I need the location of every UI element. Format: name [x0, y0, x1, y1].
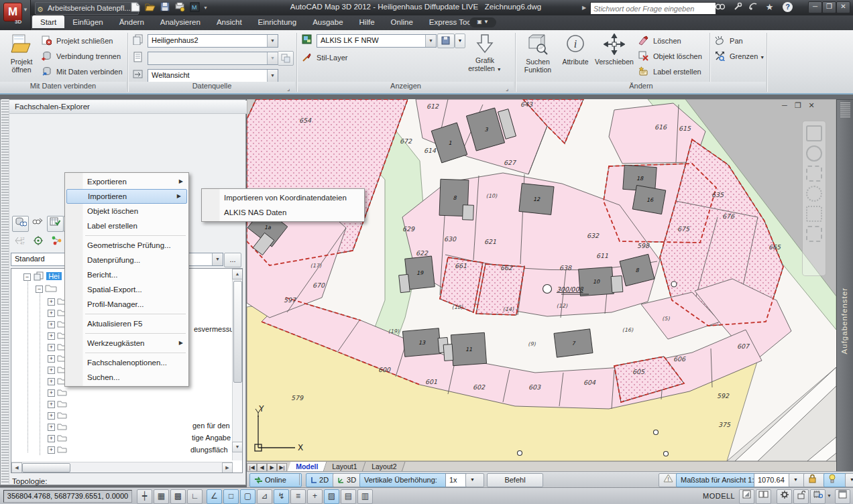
minimize-button[interactable]: ─: [808, 1, 822, 13]
label-erstellen-button[interactable]: Label erstellen: [638, 65, 701, 78]
ribbon-tab-hilfe[interactable]: Hilfe: [351, 15, 383, 28]
ribbon-display-toggle[interactable]: ▣ ▼: [469, 17, 496, 27]
tree-root-row[interactable]: − Hei: [23, 271, 62, 282]
ortho-toggle[interactable]: ∟: [187, 489, 203, 504]
suchen-funktion-button[interactable]: Suchen Funktion: [519, 34, 557, 74]
selection-cycling-toggle[interactable]: ▨: [324, 489, 339, 504]
tree-folder-row[interactable]: −: [36, 283, 57, 294]
ribbon-tab-einrichtung[interactable]: Einrichtung: [250, 15, 305, 28]
stil-layer-combo[interactable]: ALKIS LK F NRW▼: [317, 34, 437, 48]
dynamic-input-toggle[interactable]: ↯: [274, 489, 289, 504]
drawing-restore-button[interactable]: ❐: [791, 101, 805, 110]
menu-item-profil-manager-[interactable]: Profil-Manager...: [65, 297, 188, 312]
drawing-viewport[interactable]: 6546126436726146276166156356766756655986…: [247, 99, 836, 461]
menu-item-bericht-[interactable]: Bericht...: [65, 267, 188, 282]
ribbon-tab-ansicht[interactable]: Ansicht: [209, 15, 250, 28]
menu-item-suchen-[interactable]: Suchen...: [65, 370, 188, 385]
application-menu-button[interactable]: M 3D ▼: [0, 0, 31, 30]
search-input[interactable]: [590, 2, 716, 15]
collapse-icon[interactable]: −: [23, 273, 31, 281]
grid-dots-toggle[interactable]: ▦: [154, 489, 169, 504]
tab-layout1[interactable]: Layout1: [324, 462, 366, 472]
tree-node[interactable]: +: [48, 387, 67, 398]
status-overflow-arrow[interactable]: ▼: [827, 493, 832, 498]
view-combo[interactable]: Weltansicht▼: [148, 69, 278, 82]
tab-modell[interactable]: Modell: [287, 462, 327, 472]
ribbon-tab-einf-gen[interactable]: Einfügen: [64, 15, 111, 28]
menu-item-label-erstellen[interactable]: Label erstellen: [65, 218, 188, 233]
menu-item-datenprüfung-[interactable]: Datenprüfung...: [65, 253, 188, 267]
link-nodes-button[interactable]: [48, 235, 65, 251]
mit-daten-verbinden-button[interactable]: Mit Daten verbinden: [42, 65, 123, 78]
ribbon-tab-online[interactable]: Online: [383, 15, 421, 28]
zoom-feature-button[interactable]: [30, 235, 46, 251]
drawing-window-buttons[interactable]: ─❐✕: [778, 101, 818, 110]
lighting-dropdown[interactable]: ▼: [845, 473, 853, 487]
save-button[interactable]: [158, 2, 172, 14]
filter-ids-button[interactable]: 1247: [11, 235, 27, 251]
verbindung-trennen-button[interactable]: Verbindung trennen: [42, 50, 121, 63]
tree-node[interactable]: +: [48, 398, 67, 410]
ribbon-tab-analysieren[interactable]: Analysieren: [152, 15, 209, 28]
polar-tracking-toggle[interactable]: ∠: [207, 489, 222, 504]
annotation-monitor-toggle[interactable]: ▥: [357, 489, 373, 504]
projekt-schliessen-button[interactable]: Projekt schließen: [42, 34, 113, 48]
map-tool-icon[interactable]: M: [188, 2, 201, 14]
aufgabenfenster-collapsed-panel[interactable]: Aufgabenfenster: [836, 99, 853, 472]
tree-root-label[interactable]: Hei: [46, 272, 62, 280]
transparency-toggle[interactable]: +: [307, 489, 323, 504]
quick-properties-toggle[interactable]: ▤: [341, 489, 356, 504]
tree-node[interactable]: +: [48, 444, 67, 455]
restore-button[interactable]: ❐: [822, 1, 836, 13]
objekt-loeschen-button[interactable]: Objekt löschen: [638, 50, 702, 63]
osnap-3d-toggle[interactable]: ▢: [240, 489, 255, 504]
vertical-exaggeration-label[interactable]: Vertikale Überhöhung:: [359, 473, 452, 487]
grafik-erstellen-button[interactable]: Grafik erstellen ▼: [464, 34, 506, 74]
navigation-bar[interactable]: [802, 121, 826, 276]
orbit-icon[interactable]: [806, 206, 822, 222]
search-icon[interactable]: [712, 2, 728, 13]
communication-center-icon[interactable]: [746, 2, 761, 13]
projekt-oeffnen-button[interactable]: Projekt öffnen: [3, 34, 40, 74]
workspace-gear-button[interactable]: [777, 489, 792, 504]
tree-horizontal-scrollbar[interactable]: ◀ ▶: [11, 462, 233, 472]
layout-quickview-button[interactable]: [739, 489, 754, 504]
toolbar-lock-button[interactable]: [793, 489, 809, 504]
new-file-button[interactable]: [129, 2, 142, 14]
plot-button[interactable]: [173, 2, 186, 14]
chevron-down-icon[interactable]: ▼: [425, 35, 436, 47]
collapse-icon[interactable]: −: [36, 286, 43, 293]
menu-item-werkzeugkästen[interactable]: Werkzeugkästen▶: [65, 336, 188, 351]
chevron-down-icon[interactable]: ▼: [267, 70, 278, 82]
vertical-exaggeration-dropdown[interactable]: ▼: [465, 473, 484, 487]
befehl-button[interactable]: Befehl: [487, 473, 543, 487]
help-button[interactable]: ? ▼: [780, 2, 795, 13]
save-layer-button[interactable]: [437, 34, 455, 48]
pan-button[interactable]: Pan: [715, 34, 743, 48]
menu-item-alkis-nas-daten[interactable]: ALKIS NAS Daten: [202, 205, 364, 220]
qat-overflow-arrow[interactable]: ▼: [203, 5, 208, 10]
scroll-up-button[interactable]: ▲: [232, 269, 243, 279]
tab-layout2[interactable]: Layout2: [363, 462, 405, 472]
tree-vertical-scrollbar[interactable]: ▲ ▼: [232, 269, 242, 460]
clean-screen-button[interactable]: [835, 489, 850, 504]
drawing-close-button[interactable]: ✕: [805, 101, 818, 110]
datenquelle-d대ialog-launcher[interactable]: ⌟: [287, 85, 290, 92]
tree-node[interactable]: +: [48, 432, 67, 444]
steering-wheel-icon[interactable]: [806, 145, 822, 162]
lineweight-toggle[interactable]: ≡: [290, 489, 306, 504]
tree-node[interactable]: +: [48, 410, 67, 421]
menu-item-fachschalenoptionen-[interactable]: Fachschalenoptionen...: [65, 355, 188, 370]
snap-toggle[interactable]: ┿: [137, 489, 152, 504]
showmotion-icon[interactable]: [806, 226, 822, 242]
table-check-button[interactable]: [47, 216, 64, 232]
otrack-toggle[interactable]: ⊿: [257, 489, 272, 504]
menu-item-importieren-von-koordinatendateien[interactable]: Importieren von Koordinatendateien: [202, 190, 364, 205]
workspace-switcher[interactable]: ⚙ Arbeitsbereich Datenpfl... ▼: [35, 2, 139, 15]
filter-browse-button[interactable]: ...: [224, 253, 241, 267]
ribbon-tab-ausgabe[interactable]: Ausgabe: [304, 15, 351, 28]
chevron-down-icon[interactable]: ▼: [267, 35, 278, 47]
palette-grip[interactable]: [1, 99, 9, 484]
menu-item-spatial-export-[interactable]: Spatial-Export...: [65, 282, 188, 297]
attribute-button[interactable]: i Attribute: [558, 34, 593, 66]
